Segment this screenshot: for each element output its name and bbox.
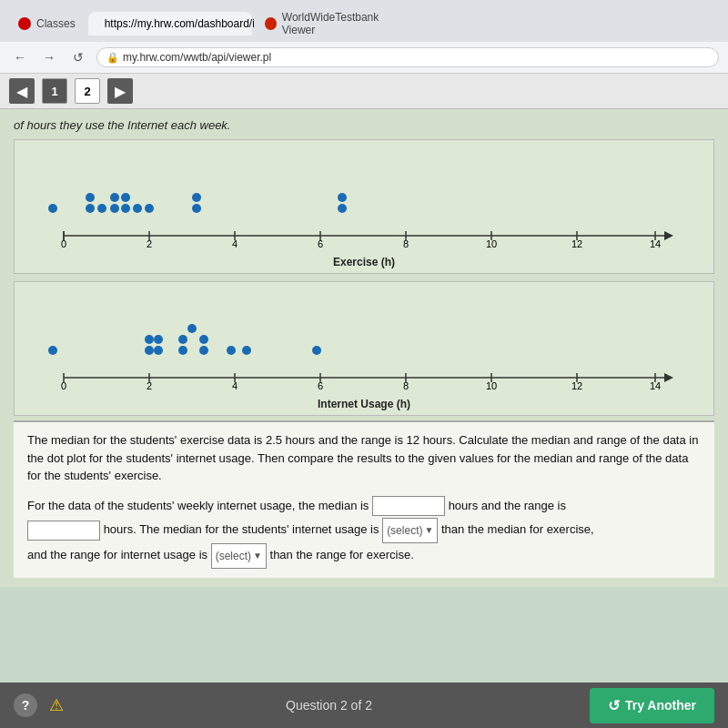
svg-text:4: 4 [232, 238, 238, 249]
dot [227, 346, 236, 355]
fill-part1-unit: hours and the range is [449, 499, 566, 512]
dot [338, 204, 347, 213]
dot [199, 346, 208, 355]
exercise-dot-plot: 0 2 4 6 8 10 12 14 [28, 149, 700, 253]
question-counter: Question 2 of 2 [286, 698, 372, 713]
viewer-toolbar: ◀ 1 2 ▶ [0, 74, 728, 109]
internet-axis-label: Internet Usage (h) [28, 398, 700, 410]
warning-icon: ⚠ [49, 695, 64, 715]
dot [145, 346, 154, 355]
question-area: of hours they use the Internet each week… [0, 109, 728, 587]
internet-dots-area [46, 291, 700, 364]
median-input[interactable] [372, 496, 445, 516]
bottom-left-controls: ? ⚠ [14, 693, 68, 717]
question-block: The median for the students' exercise da… [14, 420, 714, 578]
svg-text:0: 0 [61, 380, 66, 391]
svg-marker-20 [664, 373, 673, 382]
question-paragraph: The median for the students' exercise da… [27, 431, 701, 485]
tab-classes[interactable]: Classes [7, 12, 86, 35]
select-2-label: (select) [216, 545, 251, 567]
page-2-button[interactable]: 2 [75, 78, 100, 104]
fill-in-section: For the data of the students' weekly int… [27, 494, 701, 569]
url-text: my.hrw.com/wwtb/api/viewer.pl [123, 51, 271, 64]
select-comparison-2[interactable]: (select) ▼ [211, 543, 267, 569]
intro-text: of hours they use the Internet each week… [14, 118, 714, 132]
tab-label-wwtb: WorldWideTestbank Viewer [282, 11, 407, 36]
tab-label-hrw: https://my.hrw.com/dashboard/i [105, 17, 255, 30]
tab-wwtb[interactable]: WorldWideTestbank Viewer [254, 5, 418, 42]
exercise-plot-container: 0 2 4 6 8 10 12 14 Exercise (h) [14, 139, 714, 274]
internet-axis: 0 2 4 6 8 10 12 14 [28, 364, 700, 391]
forward-button[interactable]: → [38, 46, 60, 68]
select-1-label: (select) [387, 520, 422, 541]
dot [154, 346, 163, 355]
back-button[interactable]: ← [9, 46, 31, 68]
help-button[interactable]: ? [14, 693, 37, 717]
main-content: of hours they use the Internet each week… [0, 109, 728, 728]
dot [86, 204, 95, 213]
dot [110, 204, 119, 213]
try-another-button[interactable]: ↺ Try Another [590, 688, 714, 723]
svg-text:2: 2 [147, 380, 152, 391]
exercise-axis-label: Exercise (h) [28, 256, 700, 268]
refresh-icon: ↺ [608, 697, 620, 714]
dot [121, 193, 130, 202]
tab-bar: Classes https://my.hrw.com/dashboard/i ✕… [0, 0, 728, 42]
internet-plot-container: 0 2 4 6 8 10 12 14 Internet Usa [14, 281, 714, 416]
range-input[interactable] [27, 521, 100, 541]
dot [145, 204, 154, 213]
dot [48, 204, 57, 213]
internet-dot-plot: 0 2 4 6 8 10 12 14 [28, 291, 700, 395]
dot [199, 335, 208, 344]
page-1-button[interactable]: 1 [42, 78, 67, 104]
address-bar: ← → ↺ 🔒 my.hrw.com/wwtb/api/viewer.pl [0, 42, 728, 73]
svg-marker-1 [664, 231, 673, 240]
bottom-bar: ? ⚠ Question 2 of 2 ↺ Try Another [0, 682, 728, 728]
dot [86, 193, 95, 202]
select-1-arrow: ▼ [424, 521, 433, 540]
dot [192, 193, 201, 202]
refresh-button[interactable]: ↺ [67, 46, 89, 68]
fill-part1: For the data of the students' weekly int… [27, 499, 369, 512]
exercise-dots-area [46, 149, 700, 222]
tab-hrw[interactable]: https://my.hrw.com/dashboard/i ✕ [88, 12, 252, 35]
dot [178, 335, 187, 344]
browser-chrome: Classes https://my.hrw.com/dashboard/i ✕… [0, 0, 728, 74]
dot [133, 204, 142, 213]
svg-text:14: 14 [650, 238, 661, 249]
svg-text:12: 12 [571, 238, 582, 249]
svg-text:14: 14 [650, 380, 661, 391]
svg-text:2: 2 [147, 238, 152, 249]
fill-part2-unit: hours. The median for the students' inte… [104, 522, 379, 536]
select-comparison-1[interactable]: (select) ▼ [382, 518, 438, 543]
dot [154, 335, 163, 344]
exercise-axis: 0 2 4 6 8 10 12 14 [28, 222, 700, 249]
next-page-arrow[interactable]: ▶ [107, 78, 133, 104]
dot [242, 346, 251, 355]
dot [110, 193, 119, 202]
fill-part3-end: than the range for exercise. [270, 548, 414, 561]
fill-part3-text: and the range for internet usage is [27, 548, 207, 561]
svg-text:8: 8 [403, 238, 409, 249]
try-another-label: Try Another [625, 698, 696, 713]
fill-part2-text: than the median for exercise, [441, 522, 594, 536]
tab-label-classes: Classes [36, 17, 76, 30]
dot [48, 346, 57, 355]
svg-text:6: 6 [318, 380, 323, 391]
select-2-arrow: ▼ [253, 547, 262, 565]
dot [187, 324, 197, 333]
dot [121, 204, 130, 213]
dot [97, 204, 106, 213]
dot [338, 193, 347, 202]
svg-text:10: 10 [486, 380, 497, 391]
prev-page-arrow[interactable]: ◀ [9, 78, 35, 104]
dot [312, 346, 321, 355]
warning-button[interactable]: ⚠ [45, 693, 68, 717]
svg-text:4: 4 [232, 380, 238, 391]
tab-icon-classes [18, 17, 31, 30]
svg-text:8: 8 [403, 380, 409, 391]
svg-text:10: 10 [486, 238, 497, 249]
url-bar[interactable]: 🔒 my.hrw.com/wwtb/api/viewer.pl [96, 47, 719, 67]
dot [192, 204, 201, 213]
svg-text:6: 6 [318, 238, 323, 249]
